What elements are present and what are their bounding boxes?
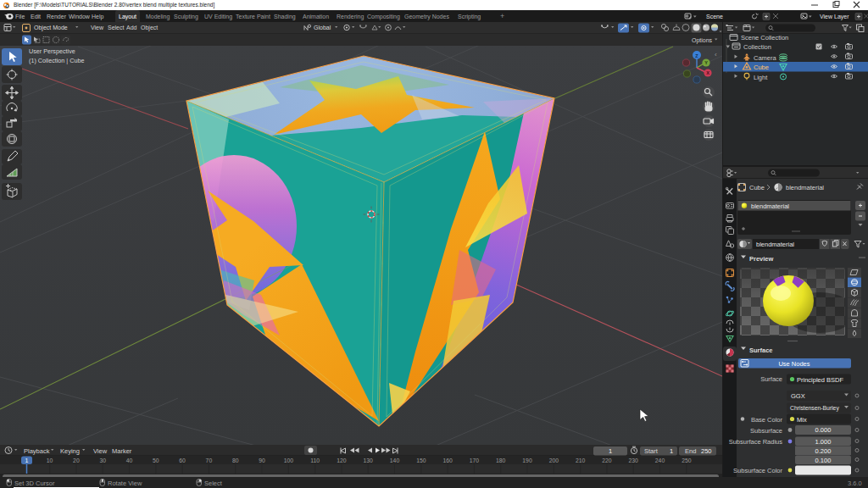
svg-text:90: 90 [259, 458, 265, 463]
svg-text:blendmaterial: blendmaterial [756, 241, 794, 248]
svg-text:250: 250 [701, 447, 712, 455]
svg-text:End: End [685, 447, 696, 455]
svg-text:Base Color: Base Color [751, 416, 783, 424]
svg-text:190: 190 [522, 458, 532, 463]
svg-text:10: 10 [47, 458, 53, 463]
svg-text:Playback: Playback [24, 447, 50, 455]
svg-text:0.200: 0.200 [815, 447, 832, 455]
svg-text:220: 220 [602, 458, 612, 463]
svg-text:Scene Collection: Scene Collection [741, 34, 788, 42]
svg-text:1.000: 1.000 [815, 438, 832, 446]
svg-text:Light: Light [754, 74, 768, 81]
svg-text:Global: Global [314, 25, 331, 30]
svg-text:Add: Add [126, 25, 137, 30]
svg-text:0.000: 0.000 [815, 426, 832, 434]
svg-text:‹: ‹ [715, 51, 717, 58]
svg-text:20: 20 [73, 458, 80, 463]
svg-text:170: 170 [470, 458, 480, 463]
svg-text:Subsurface Color: Subsurface Color [733, 467, 782, 474]
svg-text:GGX: GGX [791, 392, 805, 400]
svg-text:Object: Object [141, 25, 158, 31]
svg-text:70: 70 [206, 458, 213, 463]
svg-text:Select: Select [108, 25, 125, 30]
svg-text:40: 40 [126, 458, 133, 463]
svg-text:80: 80 [232, 458, 239, 463]
svg-text:160: 160 [442, 458, 453, 463]
svg-text:Christensen-Burley: Christensen-Burley [790, 405, 839, 412]
svg-text:blendmaterial: blendmaterial [786, 184, 824, 191]
svg-text:130: 130 [364, 458, 374, 463]
svg-text:View: View [91, 25, 104, 30]
svg-text:30: 30 [99, 458, 106, 463]
svg-text:View: View [93, 447, 108, 455]
svg-text:0.100: 0.100 [815, 457, 832, 464]
svg-text:1: 1 [609, 447, 612, 455]
svg-text:1: 1 [670, 447, 673, 455]
svg-text:Collection: Collection [743, 43, 771, 51]
svg-text:Camera: Camera [754, 54, 777, 62]
svg-text:140: 140 [390, 458, 400, 463]
svg-text:1: 1 [25, 458, 29, 463]
svg-text:Object Mode: Object Mode [34, 25, 68, 31]
svg-text:blendmaterial: blendmaterial [751, 202, 789, 210]
svg-text:110: 110 [310, 458, 320, 463]
svg-text:150: 150 [416, 458, 426, 463]
svg-text:240: 240 [655, 458, 665, 463]
svg-text:Use Nodes: Use Nodes [778, 360, 810, 368]
svg-text:Y: Y [704, 60, 708, 65]
svg-text:Surface: Surface [749, 347, 773, 354]
svg-text:120: 120 [337, 458, 347, 463]
svg-text:Marker: Marker [112, 447, 132, 455]
svg-text:Start: Start [644, 447, 659, 455]
svg-text:Principled BSDF: Principled BSDF [797, 376, 843, 384]
svg-text:200: 200 [549, 458, 559, 463]
svg-text:250: 250 [682, 458, 692, 463]
svg-text:Mix: Mix [797, 416, 807, 424]
svg-text:Subsurface Radius: Subsurface Radius [729, 438, 783, 446]
svg-text:50: 50 [153, 458, 159, 463]
svg-text:Subsurface: Subsurface [750, 427, 782, 435]
svg-text:(1) Collection | Cube: (1) Collection | Cube [29, 57, 84, 64]
svg-text:Keying: Keying [60, 447, 80, 455]
svg-text:100: 100 [284, 458, 294, 463]
svg-text:Cube: Cube [749, 184, 765, 191]
svg-text:Cube: Cube [754, 64, 769, 71]
svg-text:Options: Options [692, 37, 713, 44]
svg-text:View Layer: View Layer [820, 14, 849, 20]
svg-text:Scene: Scene [706, 14, 723, 19]
svg-text:180: 180 [496, 458, 506, 463]
svg-text:X: X [706, 70, 709, 75]
svg-text:Surface: Surface [760, 375, 782, 383]
svg-text:210: 210 [576, 458, 586, 463]
svg-text:User Perspective: User Perspective [29, 47, 75, 55]
svg-text:60: 60 [179, 458, 186, 463]
svg-text:230: 230 [629, 458, 639, 463]
svg-text:Preview: Preview [749, 255, 774, 263]
